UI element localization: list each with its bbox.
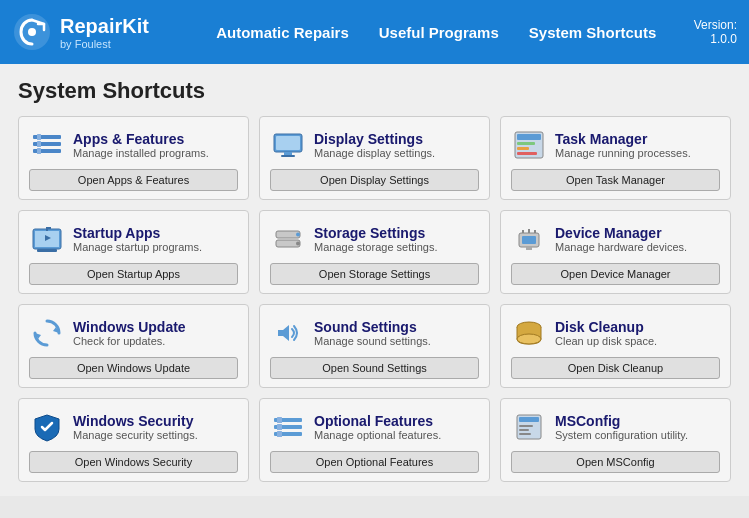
svg-rect-40	[519, 429, 529, 431]
nav-system-shortcuts[interactable]: System Shortcuts	[529, 24, 657, 41]
app-title: RepairKit	[60, 14, 149, 38]
card-startup-apps: Startup Apps Manage startup programs. Op…	[18, 210, 249, 294]
card-btn-disk-cleanup[interactable]: Open Disk Cleanup	[511, 357, 720, 379]
logo-area: RepairKit by Foulest	[12, 12, 149, 52]
card-title-display-settings: Display Settings	[314, 131, 435, 147]
card-btn-sound-settings[interactable]: Open Sound Settings	[270, 357, 479, 379]
svg-rect-35	[277, 424, 282, 430]
svg-rect-16	[517, 152, 537, 155]
svg-rect-15	[517, 147, 529, 150]
card-text-windows-update: Windows Update Check for updates.	[73, 319, 186, 347]
task-manager-icon	[511, 127, 547, 163]
card-btn-apps-features[interactable]: Open Apps & Features	[29, 169, 238, 191]
card-header-sound-settings: Sound Settings Manage sound settings.	[270, 315, 479, 351]
card-title-windows-update: Windows Update	[73, 319, 186, 335]
card-display-settings: Display Settings Manage display settings…	[259, 116, 490, 200]
card-task-manager: Task Manager Manage running processes. O…	[500, 116, 731, 200]
card-desc-device-manager: Manage hardware devices.	[555, 241, 687, 253]
logo-icon	[12, 12, 52, 52]
nav-links: Automatic Repairs Useful Programs System…	[179, 24, 694, 41]
card-desc-storage-settings: Manage storage settings.	[314, 241, 438, 253]
shortcuts-grid: Apps & Features Manage installed program…	[18, 116, 731, 482]
card-btn-task-manager[interactable]: Open Task Manager	[511, 169, 720, 191]
app-subtitle: by Foulest	[60, 38, 149, 50]
card-header-apps-features: Apps & Features Manage installed program…	[29, 127, 238, 163]
card-title-msconfig: MSConfig	[555, 413, 688, 429]
card-header-msconfig: MSConfig System configuration utility.	[511, 409, 720, 445]
card-title-storage-settings: Storage Settings	[314, 225, 438, 241]
svg-rect-38	[519, 417, 539, 422]
card-desc-display-settings: Manage display settings.	[314, 147, 435, 159]
card-sound-settings: Sound Settings Manage sound settings. Op…	[259, 304, 490, 388]
card-header-storage-settings: Storage Settings Manage storage settings…	[270, 221, 479, 257]
svg-rect-11	[281, 155, 295, 157]
card-text-disk-cleanup: Disk Cleanup Clean up disk space.	[555, 319, 657, 347]
page-title: System Shortcuts	[18, 78, 731, 104]
svg-rect-14	[517, 142, 535, 145]
svg-point-24	[296, 242, 300, 246]
card-desc-msconfig: System configuration utility.	[555, 429, 688, 441]
svg-rect-39	[519, 425, 533, 427]
nav-useful-programs[interactable]: Useful Programs	[379, 24, 499, 41]
card-text-windows-security: Windows Security Manage security setting…	[73, 413, 198, 441]
main-content: System Shortcuts Apps & Features Manage …	[0, 64, 749, 496]
card-btn-storage-settings[interactable]: Open Storage Settings	[270, 263, 479, 285]
card-device-manager: Device Manager Manage hardware devices. …	[500, 210, 731, 294]
startup-apps-icon	[29, 221, 65, 257]
card-text-apps-features: Apps & Features Manage installed program…	[73, 131, 209, 159]
svg-marker-28	[278, 325, 289, 341]
card-btn-device-manager[interactable]: Open Device Manager	[511, 263, 720, 285]
card-text-device-manager: Device Manager Manage hardware devices.	[555, 225, 687, 253]
card-desc-startup-apps: Manage startup programs.	[73, 241, 202, 253]
card-windows-security: Windows Security Manage security setting…	[18, 398, 249, 482]
svg-rect-7	[37, 148, 41, 154]
card-title-apps-features: Apps & Features	[73, 131, 209, 147]
card-text-task-manager: Task Manager Manage running processes.	[555, 131, 691, 159]
card-btn-display-settings[interactable]: Open Display Settings	[270, 169, 479, 191]
nav-automatic-repairs[interactable]: Automatic Repairs	[216, 24, 349, 41]
svg-rect-9	[276, 136, 300, 150]
svg-rect-10	[284, 152, 292, 155]
svg-rect-34	[277, 417, 282, 423]
card-msconfig: MSConfig System configuration utility. O…	[500, 398, 731, 482]
svg-point-1	[28, 28, 36, 36]
card-header-windows-update: Windows Update Check for updates.	[29, 315, 238, 351]
card-title-optional-features: Optional Features	[314, 413, 441, 429]
version-label: Version:	[694, 18, 737, 32]
card-storage-settings: Storage Settings Manage storage settings…	[259, 210, 490, 294]
card-disk-cleanup: Disk Cleanup Clean up disk space. Open D…	[500, 304, 731, 388]
card-header-task-manager: Task Manager Manage running processes.	[511, 127, 720, 163]
logo-text: RepairKit by Foulest	[60, 14, 149, 50]
svg-rect-13	[517, 134, 541, 140]
svg-point-23	[296, 233, 300, 237]
card-header-device-manager: Device Manager Manage hardware devices.	[511, 221, 720, 257]
card-title-windows-security: Windows Security	[73, 413, 198, 429]
card-text-optional-features: Optional Features Manage optional featur…	[314, 413, 441, 441]
version-area: Version: 1.0.0	[694, 18, 737, 46]
windows-update-icon	[29, 315, 65, 351]
svg-rect-41	[519, 433, 531, 435]
svg-rect-6	[37, 141, 41, 147]
card-desc-apps-features: Manage installed programs.	[73, 147, 209, 159]
card-title-device-manager: Device Manager	[555, 225, 687, 241]
card-btn-msconfig[interactable]: Open MSConfig	[511, 451, 720, 473]
display-settings-icon	[270, 127, 306, 163]
card-desc-windows-update: Check for updates.	[73, 335, 186, 347]
card-btn-windows-security[interactable]: Open Windows Security	[29, 451, 238, 473]
card-apps-features: Apps & Features Manage installed program…	[18, 116, 249, 200]
disk-cleanup-icon	[511, 315, 547, 351]
card-text-sound-settings: Sound Settings Manage sound settings.	[314, 319, 431, 347]
card-title-task-manager: Task Manager	[555, 131, 691, 147]
card-btn-startup-apps[interactable]: Open Startup Apps	[29, 263, 238, 285]
card-header-optional-features: Optional Features Manage optional featur…	[270, 409, 479, 445]
svg-rect-36	[277, 431, 282, 437]
app-header: RepairKit by Foulest Automatic Repairs U…	[0, 0, 749, 64]
card-desc-disk-cleanup: Clean up disk space.	[555, 335, 657, 347]
svg-rect-20	[37, 249, 57, 252]
msconfig-icon	[511, 409, 547, 445]
apps-features-icon	[29, 127, 65, 163]
svg-rect-26	[522, 236, 536, 244]
version-number: 1.0.0	[694, 32, 737, 46]
card-btn-windows-update[interactable]: Open Windows Update	[29, 357, 238, 379]
card-btn-optional-features[interactable]: Open Optional Features	[270, 451, 479, 473]
